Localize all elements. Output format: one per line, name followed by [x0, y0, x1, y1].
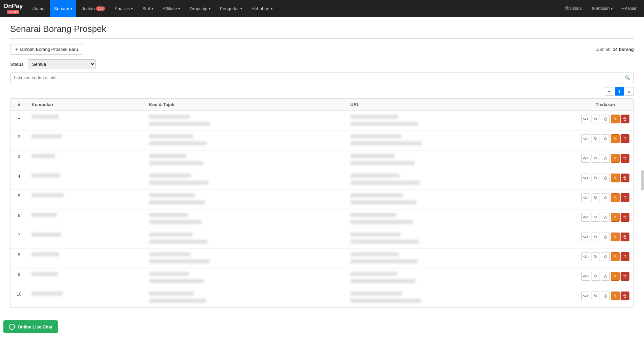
delete-button[interactable]: 🗑 [621, 213, 629, 222]
pagination-next[interactable]: » [625, 87, 634, 96]
action-buttons: </> ↻ ⎙ ✎ 🗑 [581, 213, 629, 222]
edit-button[interactable]: ✎ [611, 115, 620, 123]
refresh-button[interactable]: ↻ [591, 272, 600, 281]
cell-num: 3 [11, 151, 27, 170]
add-form-button[interactable]: + Tambah Borang Prospek Baru [10, 44, 83, 55]
refresh-button[interactable]: ↻ [591, 252, 600, 261]
search-input[interactable] [10, 73, 634, 83]
pagination-page-1[interactable]: 1 [615, 87, 624, 96]
delete-button[interactable]: 🗑 [621, 272, 629, 281]
col-header-kod-tajuk: Kod & Tajuk [145, 99, 346, 111]
delete-button[interactable]: 🗑 [621, 193, 629, 202]
delete-button[interactable]: 🗑 [621, 233, 629, 241]
copy-button[interactable]: ⎙ [601, 292, 610, 300]
code-button[interactable]: </> [581, 292, 590, 300]
delete-button[interactable]: 🗑 [621, 134, 629, 143]
nav-keluar[interactable]: ↩ Keluar [617, 0, 641, 17]
edit-button[interactable]: ✎ [611, 174, 620, 182]
nav-jualan[interactable]: Jualan 233 [78, 0, 109, 17]
cell-actions: </> ↻ ⎙ ✎ 🗑 [577, 111, 633, 131]
nav-hebahan[interactable]: Hebahan ▾ [247, 0, 277, 17]
code-button[interactable]: </> [581, 233, 590, 241]
nav-senarai[interactable]: Senarai ▾ [50, 0, 76, 17]
table-header-row: # Kumpulan Kod & Tajuk URL Tindakan [11, 99, 633, 111]
refresh-button[interactable]: ↻ [591, 115, 600, 123]
action-buttons: </> ↻ ⎙ ✎ 🗑 [581, 174, 629, 182]
edit-button[interactable]: ✎ [611, 193, 620, 202]
table-row: 3 </> ↻ ⎙ ✎ 🗑 [11, 151, 633, 170]
edit-button[interactable]: ✎ [611, 292, 620, 300]
toolbar: + Tambah Borang Prospek Baru Jumlah: 14 … [10, 44, 634, 55]
scrollbar[interactable] [641, 170, 644, 191]
code-button[interactable]: </> [581, 193, 590, 202]
refresh-button[interactable]: ↻ [591, 233, 600, 241]
delete-button[interactable]: 🗑 [621, 252, 629, 261]
code-button[interactable]: </> [581, 134, 590, 143]
refresh-button[interactable]: ↻ [591, 292, 600, 300]
nav-analisis[interactable]: Analisis ▾ [110, 0, 137, 17]
edit-button[interactable]: ✎ [611, 213, 620, 222]
action-buttons: </> ↻ ⎙ ✎ 🗑 [581, 193, 629, 202]
cell-kumpulan [27, 131, 145, 151]
live-chat-button[interactable]: Online Live Chat [3, 320, 58, 333]
delete-button[interactable]: 🗑 [621, 292, 629, 300]
copy-button[interactable]: ⎙ [601, 233, 610, 241]
copy-button[interactable]: ⎙ [601, 213, 610, 222]
code-button[interactable]: </> [581, 213, 590, 222]
copy-button[interactable]: ⎙ [601, 272, 610, 281]
copy-button[interactable]: ⎙ [601, 252, 610, 261]
copy-button[interactable]: ⎙ [601, 134, 610, 143]
cell-kod-tajuk [145, 170, 346, 190]
edit-button[interactable]: ✎ [611, 154, 620, 163]
edit-button[interactable]: ✎ [611, 272, 620, 281]
refresh-button[interactable]: ↻ [591, 134, 600, 143]
refresh-button[interactable]: ↻ [591, 174, 600, 182]
edit-button[interactable]: ✎ [611, 134, 620, 143]
nav-utama[interactable]: Utama [27, 0, 48, 17]
copy-button[interactable]: ⎙ [601, 115, 610, 123]
nav-affiliate[interactable]: Affiliate ▾ [159, 0, 184, 17]
brand-logo[interactable]: OnPay ADMIN [3, 3, 23, 14]
edit-button[interactable]: ✎ [611, 252, 620, 261]
cell-kumpulan [27, 170, 145, 190]
delete-button[interactable]: 🗑 [621, 115, 629, 123]
col-header-kumpulan: Kumpulan [27, 99, 145, 111]
status-select[interactable]: Semua Aktif Tidak Aktif [28, 59, 96, 69]
action-buttons: </> ↻ ⎙ ✎ 🗑 [581, 134, 629, 143]
code-button[interactable]: </> [581, 154, 590, 163]
copy-button[interactable]: ⎙ [601, 154, 610, 163]
brand-name: OnPay [3, 3, 23, 9]
cell-kumpulan [27, 288, 145, 308]
cell-actions: </> ↻ ⎙ ✎ 🗑 [577, 170, 633, 190]
nav-pengedar[interactable]: Pengedar ▾ [216, 0, 246, 17]
cell-kod-tajuk [145, 249, 346, 268]
copy-button[interactable]: ⎙ [601, 193, 610, 202]
delete-button[interactable]: 🗑 [621, 174, 629, 182]
edit-button[interactable]: ✎ [611, 233, 620, 241]
cell-actions: </> ↻ ⎙ ✎ 🗑 [577, 131, 633, 151]
gear-icon: ⚙ [591, 6, 595, 11]
copy-button[interactable]: ⎙ [601, 174, 610, 182]
delete-button[interactable]: 🗑 [621, 154, 629, 163]
code-button[interactable]: </> [581, 115, 590, 123]
refresh-button[interactable]: ↻ [591, 213, 600, 222]
cell-actions: </> ↻ ⎙ ✎ 🗑 [577, 288, 633, 308]
nav-tetapan[interactable]: ⚙ Tetapan ▾ [587, 0, 617, 17]
cell-num: 2 [11, 131, 27, 151]
cell-url [346, 249, 577, 268]
code-button[interactable]: </> [581, 272, 590, 281]
nav-tutorial[interactable]: ⓪ Tutorial [561, 0, 587, 17]
cell-kumpulan [27, 111, 145, 131]
refresh-button[interactable]: ↻ [591, 193, 600, 202]
search-button[interactable]: 🔍 [622, 73, 634, 83]
code-button[interactable]: </> [581, 174, 590, 182]
cell-actions: </> ↻ ⎙ ✎ 🗑 [577, 151, 633, 170]
pagination-prev[interactable]: « [605, 87, 614, 96]
data-table: # Kumpulan Kod & Tajuk URL Tindakan 1 </… [10, 98, 634, 308]
nav-dropship[interactable]: Dropship ▾ [185, 0, 214, 17]
nav-staf[interactable]: Staf ▾ [138, 0, 157, 17]
code-button[interactable]: </> [581, 252, 590, 261]
refresh-button[interactable]: ↻ [591, 154, 600, 163]
brand-badge: ADMIN [7, 10, 19, 14]
table-row: 4 </> ↻ ⎙ ✎ 🗑 [11, 170, 633, 190]
